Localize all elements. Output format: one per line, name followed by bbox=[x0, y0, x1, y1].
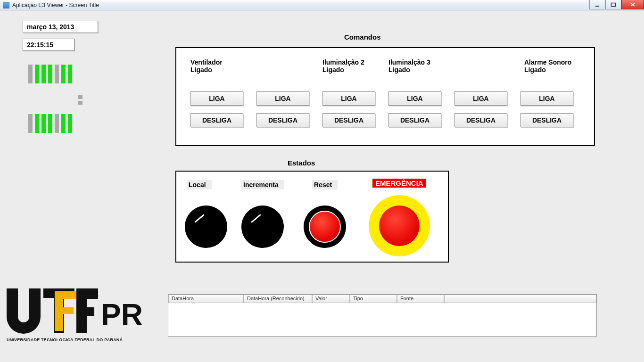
desliga-button[interactable]: DESLIGA bbox=[388, 113, 441, 127]
state-reset-label: Reset bbox=[312, 180, 338, 189]
grid-header-row: DataHora DataHora (Reconhecido) Valor Ti… bbox=[168, 295, 596, 303]
status-dots bbox=[78, 95, 83, 105]
desliga-button[interactable]: DESLIGA bbox=[322, 113, 375, 127]
cmd-col-ventilador: Ventilador Ligado bbox=[190, 58, 247, 74]
cmd-col-alarme: Alarme Sonoro Ligado bbox=[524, 58, 581, 74]
svg-rect-1 bbox=[611, 3, 616, 6]
incrementa-knob[interactable] bbox=[241, 206, 284, 248]
liga-button[interactable]: LIGA bbox=[322, 91, 375, 106]
time-field[interactable]: 22:15:15 bbox=[23, 39, 74, 51]
minimize-button[interactable] bbox=[589, 0, 605, 9]
reset-button[interactable] bbox=[304, 206, 346, 248]
cmd-col-ilum2: Iluminalção 2 Ligado bbox=[322, 58, 379, 74]
comandos-title: Comandos bbox=[344, 33, 381, 41]
state-emergencia-label: EMERGÊNCIA bbox=[372, 179, 426, 188]
cmd-label: Iluminalção 3 Ligado bbox=[388, 58, 445, 74]
liga-button[interactable]: LIGA bbox=[388, 91, 441, 106]
time-value: 22:15:15 bbox=[27, 41, 53, 49]
estados-panel: Local Incrementa Reset EMERGÊNCIA bbox=[175, 171, 449, 263]
cmd-label: Ventilador Ligado bbox=[190, 58, 247, 74]
alarm-grid[interactable]: DataHora DataHora (Reconhecido) Valor Ti… bbox=[168, 294, 597, 337]
state-local-label: Local bbox=[187, 180, 212, 189]
liga-button[interactable]: LIGA bbox=[454, 91, 507, 106]
grid-header[interactable]: Valor bbox=[312, 295, 350, 303]
liga-button[interactable]: LIGA bbox=[190, 91, 243, 106]
grid-header[interactable]: Tipo bbox=[350, 295, 397, 303]
local-knob[interactable] bbox=[185, 206, 227, 248]
titlebar: Aplicação E3 Viewer - Screen Title bbox=[0, 0, 644, 10]
svg-rect-6 bbox=[55, 307, 74, 314]
date-field[interactable]: março 13, 2013 bbox=[23, 21, 98, 33]
grid-header[interactable]: Fonte bbox=[397, 295, 444, 303]
liga-button[interactable]: LIGA bbox=[256, 91, 309, 106]
utfpr-logo: PR UNIVERSIDADE TECNOLOGICA FEDERAL DO P… bbox=[7, 288, 153, 342]
comandos-panel: Ventilador Ligado Iluminalção 2 Ligado I… bbox=[175, 47, 595, 146]
status-bars-bottom bbox=[28, 114, 72, 133]
desliga-button[interactable]: DESLIGA bbox=[190, 113, 243, 127]
cmd-label: Alarme Sonoro Ligado bbox=[524, 58, 581, 74]
emergency-button[interactable] bbox=[369, 195, 430, 256]
grid-header[interactable]: DataHora bbox=[168, 295, 244, 303]
liga-button[interactable]: LIGA bbox=[520, 91, 573, 106]
maximize-button[interactable] bbox=[605, 0, 621, 9]
grid-header[interactable]: DataHora (Reconhecido) bbox=[244, 295, 312, 303]
status-bars-top bbox=[28, 65, 72, 83]
app-icon bbox=[3, 2, 9, 8]
reset-button-inner bbox=[309, 211, 341, 243]
desliga-button[interactable]: DESLIGA bbox=[520, 113, 573, 127]
emergency-button-inner bbox=[379, 206, 420, 246]
window-title: Aplicação E3 Viewer - Screen Title bbox=[12, 2, 99, 8]
cmd-label: Iluminalção 2 Ligado bbox=[322, 58, 379, 74]
cmd-col-ilum3: Iluminalção 3 Ligado bbox=[388, 58, 445, 74]
desliga-button[interactable]: DESLIGA bbox=[454, 113, 507, 127]
date-value: março 13, 2013 bbox=[27, 23, 74, 31]
grid-header[interactable] bbox=[444, 295, 596, 303]
close-button[interactable] bbox=[621, 0, 644, 9]
logo-subtitle: UNIVERSIDADE TECNOLOGICA FEDERAL DO PARA… bbox=[7, 337, 153, 342]
svg-rect-9 bbox=[76, 307, 94, 316]
svg-text:PR: PR bbox=[101, 298, 143, 332]
estados-title: Estados bbox=[288, 159, 315, 167]
desliga-button[interactable]: DESLIGA bbox=[256, 113, 309, 127]
state-incrementa-label: Incrementa bbox=[241, 180, 284, 189]
